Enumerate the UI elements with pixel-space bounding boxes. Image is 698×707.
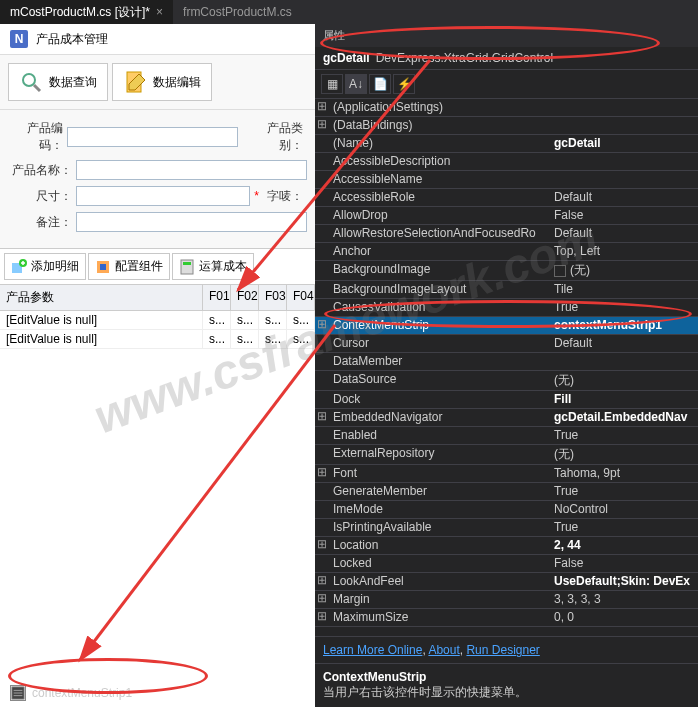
grid-row[interactable]: [EditValue is null] s... s... s... s... <box>0 311 315 330</box>
about-link[interactable]: About <box>428 643 459 657</box>
property-value[interactable]: (无) <box>550 261 698 280</box>
property-value[interactable]: NoControl <box>550 501 698 518</box>
grid-row[interactable]: [EditValue is null] s... s... s... s... <box>0 330 315 349</box>
property-row[interactable]: ⊞Margin3, 3, 3, 3 <box>315 591 698 609</box>
config-component-button[interactable]: 配置组件 <box>88 253 170 280</box>
run-designer-link[interactable]: Run Designer <box>466 643 539 657</box>
expand-icon[interactable]: ⊞ <box>315 573 329 590</box>
property-row[interactable]: AllowRestoreSelectionAndFocusedRoDefault <box>315 225 698 243</box>
expand-icon[interactable]: ⊞ <box>315 465 329 482</box>
col-f01[interactable]: F01 <box>203 285 231 310</box>
close-icon[interactable]: × <box>156 5 163 19</box>
property-value[interactable]: Default <box>550 225 698 242</box>
property-row[interactable]: LockedFalse <box>315 555 698 573</box>
property-row[interactable]: DataMember <box>315 353 698 371</box>
property-value[interactable]: 0, 0 <box>550 609 698 626</box>
learn-more-link[interactable]: Learn More Online <box>323 643 422 657</box>
expand-icon[interactable]: ⊞ <box>315 99 329 116</box>
property-row[interactable]: ⊞(DataBindings) <box>315 117 698 135</box>
property-value[interactable]: UseDefault;Skin: DevEx <box>550 573 698 590</box>
property-row[interactable]: GenerateMemberTrue <box>315 483 698 501</box>
property-row[interactable]: DataSource(无) <box>315 371 698 391</box>
expand-icon[interactable]: ⊞ <box>315 609 329 626</box>
object-selector[interactable]: gcDetail DevExpress.XtraGrid.GridControl <box>315 47 698 69</box>
expand-icon[interactable]: ⊞ <box>315 409 329 426</box>
cell[interactable]: s... <box>203 311 231 329</box>
property-value[interactable]: (无) <box>550 445 698 464</box>
component-tray[interactable]: contextMenuStrip1 <box>10 685 132 701</box>
cell[interactable]: s... <box>287 330 315 348</box>
query-button[interactable]: 数据查询 <box>8 63 108 101</box>
col-f03[interactable]: F03 <box>259 285 287 310</box>
property-row[interactable]: IsPrintingAvailableTrue <box>315 519 698 537</box>
property-row[interactable]: AccessibleRoleDefault <box>315 189 698 207</box>
property-row[interactable]: EnabledTrue <box>315 427 698 445</box>
categorized-icon[interactable]: ▦ <box>321 74 343 94</box>
expand-icon[interactable]: ⊞ <box>315 537 329 554</box>
property-value[interactable]: True <box>550 427 698 444</box>
property-value[interactable]: contextMenuStrip1 <box>550 317 698 334</box>
properties-icon[interactable]: 📄 <box>369 74 391 94</box>
detail-grid[interactable]: 产品参数 F01 F02 F03 F04 [EditValue is null]… <box>0 285 315 349</box>
cell-params[interactable]: [EditValue is null] <box>0 311 203 329</box>
edit-button[interactable]: 数据编辑 <box>112 63 212 101</box>
property-row[interactable]: CursorDefault <box>315 335 698 353</box>
property-row[interactable]: ⊞(ApplicationSettings) <box>315 99 698 117</box>
property-row[interactable]: ⊞MaximumSize0, 0 <box>315 609 698 627</box>
property-value[interactable]: False <box>550 207 698 224</box>
expand-icon[interactable]: ⊞ <box>315 117 329 134</box>
expand-icon[interactable]: ⊞ <box>315 591 329 608</box>
cell[interactable]: s... <box>203 330 231 348</box>
property-row[interactable]: AccessibleName <box>315 171 698 189</box>
expand-icon[interactable]: ⊞ <box>315 317 329 334</box>
property-value[interactable]: (无) <box>550 371 698 390</box>
col-f02[interactable]: F02 <box>231 285 259 310</box>
property-value[interactable]: True <box>550 483 698 500</box>
property-value[interactable]: 2, 44 <box>550 537 698 554</box>
property-row[interactable]: (Name)gcDetail <box>315 135 698 153</box>
property-row[interactable]: ⊞ContextMenuStripcontextMenuStrip1 <box>315 317 698 335</box>
size-input[interactable] <box>76 186 250 206</box>
property-grid[interactable]: ⊞(ApplicationSettings)⊞(DataBindings)(Na… <box>315 99 698 636</box>
property-row[interactable]: BackgroundImage(无) <box>315 261 698 281</box>
property-row[interactable]: BackgroundImageLayoutTile <box>315 281 698 299</box>
property-value[interactable]: Default <box>550 335 698 352</box>
property-row[interactable]: DockFill <box>315 391 698 409</box>
calc-cost-button[interactable]: 运算成本 <box>172 253 254 280</box>
property-value[interactable]: Top, Left <box>550 243 698 260</box>
product-name-input[interactable] <box>76 160 307 180</box>
property-value[interactable] <box>550 171 698 188</box>
col-f04[interactable]: F04 <box>287 285 315 310</box>
cell[interactable]: s... <box>231 311 259 329</box>
property-value[interactable]: False <box>550 555 698 572</box>
property-value[interactable]: 3, 3, 3, 3 <box>550 591 698 608</box>
property-row[interactable]: AnchorTop, Left <box>315 243 698 261</box>
property-value[interactable]: True <box>550 519 698 536</box>
property-value[interactable] <box>550 99 698 116</box>
property-value[interactable] <box>550 353 698 370</box>
cell[interactable]: s... <box>231 330 259 348</box>
property-row[interactable]: ⊞Location2, 44 <box>315 537 698 555</box>
property-row[interactable]: ImeModeNoControl <box>315 501 698 519</box>
add-detail-button[interactable]: 添加明细 <box>4 253 86 280</box>
property-value[interactable] <box>550 117 698 134</box>
property-value[interactable]: Default <box>550 189 698 206</box>
property-value[interactable]: Tahoma, 9pt <box>550 465 698 482</box>
property-row[interactable]: ⊞EmbeddedNavigatorgcDetail.EmbeddedNav <box>315 409 698 427</box>
alphabetical-icon[interactable]: A↓ <box>345 74 367 94</box>
tray-item-name[interactable]: contextMenuStrip1 <box>32 686 132 700</box>
property-value[interactable]: Tile <box>550 281 698 298</box>
tab-code[interactable]: frmCostProductM.cs <box>173 0 302 24</box>
property-row[interactable]: ⊞LookAndFeelUseDefault;Skin: DevEx <box>315 573 698 591</box>
product-code-input[interactable] <box>67 127 238 147</box>
property-value[interactable]: gcDetail <box>550 135 698 152</box>
cell[interactable]: s... <box>259 330 287 348</box>
property-value[interactable]: True <box>550 299 698 316</box>
property-value[interactable] <box>550 153 698 170</box>
property-row[interactable]: ⊞FontTahoma, 9pt <box>315 465 698 483</box>
property-value[interactable]: Fill <box>550 391 698 408</box>
property-row[interactable]: AllowDropFalse <box>315 207 698 225</box>
remark-input[interactable] <box>76 212 307 232</box>
tab-design[interactable]: mCostProductM.cs [设计]* × <box>0 0 173 24</box>
events-icon[interactable]: ⚡ <box>393 74 415 94</box>
